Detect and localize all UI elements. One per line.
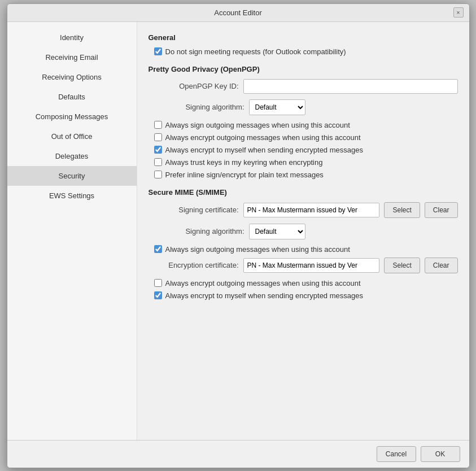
- smime-section-title: Secure MIME (S/MIME): [149, 188, 458, 197]
- openpgp-always-encrypt-self-label: Always encrypt to myself when sending en…: [165, 146, 363, 154]
- openpgp-signing-alg-label: Signing algorithm:: [154, 103, 244, 111]
- encryption-cert-clear-button[interactable]: Clear: [425, 258, 458, 273]
- smime-always-encrypt-checkbox[interactable]: [154, 279, 162, 287]
- openpgp-always-sign-label: Always sign outgoing messages when using…: [165, 121, 350, 129]
- openpgp-prefer-inline-label: Prefer inline sign/encrypt for plain tex…: [165, 171, 324, 179]
- signing-cert-select-button[interactable]: Select: [384, 202, 420, 218]
- sidebar-item-composing-messages[interactable]: Composing Messages: [7, 107, 137, 127]
- encryption-cert-row: Encryption certificate: Select Clear: [149, 258, 458, 273]
- signing-cert-clear-button[interactable]: Clear: [425, 202, 458, 218]
- openpgp-signing-alg-row: Signing algorithm: Default SHA-1 SHA-256…: [154, 99, 458, 115]
- signing-cert-row: Signing certificate: Select Clear: [149, 202, 458, 218]
- sidebar-item-identity[interactable]: Identity: [7, 28, 137, 47]
- openpgp-section-title: Pretty Good Privacy (OpenPGP): [149, 65, 458, 73]
- openpgp-prefer-inline-row: Prefer inline sign/encrypt for plain tex…: [149, 171, 458, 179]
- openpgp-key-id-row: OpenPGP Key ID:: [149, 79, 458, 94]
- openpgp-always-trust-row: Always trust keys in my keyring when enc…: [149, 158, 458, 167]
- ok-button[interactable]: OK: [421, 446, 460, 462]
- smime-always-encrypt-self-checkbox[interactable]: [154, 291, 162, 299]
- content-area: General Do not sign meeting requests (fo…: [137, 22, 469, 440]
- sidebar-item-receiving-options[interactable]: Receiving Options: [7, 67, 137, 87]
- sidebar-item-security[interactable]: Security: [7, 166, 137, 186]
- openpgp-key-id-input[interactable]: [243, 79, 458, 94]
- sidebar-item-ews-settings[interactable]: EWS Settings: [7, 186, 137, 206]
- sidebar: Identity Receiving Email Receiving Optio…: [7, 22, 137, 440]
- openpgp-always-encrypt-self-row: Always encrypt to myself when sending en…: [149, 146, 458, 154]
- cancel-button[interactable]: Cancel: [377, 446, 416, 462]
- openpgp-always-trust-label: Always trust keys in my keyring when enc…: [165, 158, 323, 167]
- openpgp-always-trust-checkbox[interactable]: [154, 158, 162, 166]
- smime-always-encrypt-self-label: Always encrypt to myself when sending en…: [165, 291, 363, 300]
- close-button[interactable]: ×: [453, 7, 464, 18]
- sidebar-item-delegates[interactable]: Delegates: [7, 146, 137, 166]
- encryption-cert-select-button[interactable]: Select: [384, 258, 420, 273]
- close-icon: ×: [456, 9, 460, 16]
- sidebar-item-out-of-office[interactable]: Out of Office: [7, 127, 137, 146]
- smime-always-sign-row: Always sign outgoing messages when using…: [149, 245, 458, 254]
- general-section-title: General: [149, 33, 458, 42]
- smime-always-sign-checkbox[interactable]: [154, 245, 162, 253]
- smime-signing-alg-select[interactable]: Default SHA-1 SHA-256 SHA-512: [249, 224, 305, 239]
- signing-cert-label: Signing certificate:: [149, 206, 239, 214]
- sidebar-item-defaults[interactable]: Defaults: [7, 87, 137, 107]
- dialog-footer: Cancel OK: [7, 440, 469, 468]
- do-not-sign-checkbox[interactable]: [154, 47, 162, 55]
- do-not-sign-label: Do not sign meeting requests (for Outloo…: [165, 47, 346, 56]
- openpgp-always-encrypt-checkbox[interactable]: [154, 133, 162, 141]
- smime-signing-alg-row: Signing algorithm: Default SHA-1 SHA-256…: [154, 224, 458, 239]
- openpgp-signing-alg-select[interactable]: Default SHA-1 SHA-256 SHA-512: [249, 99, 305, 115]
- smime-signing-alg-label: Signing algorithm:: [154, 227, 244, 236]
- account-editor-dialog: Account Editor × Identity Receiving Emai…: [7, 3, 470, 468]
- openpgp-always-encrypt-label: Always encrypt outgoing messages when us…: [165, 133, 361, 142]
- smime-always-encrypt-row: Always encrypt outgoing messages when us…: [149, 279, 458, 287]
- openpgp-always-encrypt-self-checkbox[interactable]: [154, 146, 162, 154]
- signing-cert-input[interactable]: [243, 203, 380, 217]
- title-bar: Account Editor ×: [7, 4, 469, 22]
- encryption-cert-input[interactable]: [243, 258, 380, 273]
- smime-always-encrypt-self-row: Always encrypt to myself when sending en…: [149, 291, 458, 300]
- openpgp-always-sign-row: Always sign outgoing messages when using…: [149, 121, 458, 129]
- smime-always-sign-label: Always sign outgoing messages when using…: [165, 245, 350, 254]
- smime-always-encrypt-label: Always encrypt outgoing messages when us…: [165, 279, 361, 287]
- do-not-sign-row: Do not sign meeting requests (for Outloo…: [149, 47, 458, 56]
- openpgp-prefer-inline-checkbox[interactable]: [154, 171, 162, 178]
- dialog-title: Account Editor: [214, 8, 262, 17]
- openpgp-key-id-label: OpenPGP Key ID:: [149, 82, 239, 90]
- dialog-body: Identity Receiving Email Receiving Optio…: [7, 22, 469, 440]
- openpgp-always-sign-checkbox[interactable]: [154, 121, 162, 129]
- encryption-cert-label: Encryption certificate:: [149, 261, 239, 269]
- openpgp-always-encrypt-row: Always encrypt outgoing messages when us…: [149, 133, 458, 142]
- sidebar-item-receiving-email[interactable]: Receiving Email: [7, 47, 137, 67]
